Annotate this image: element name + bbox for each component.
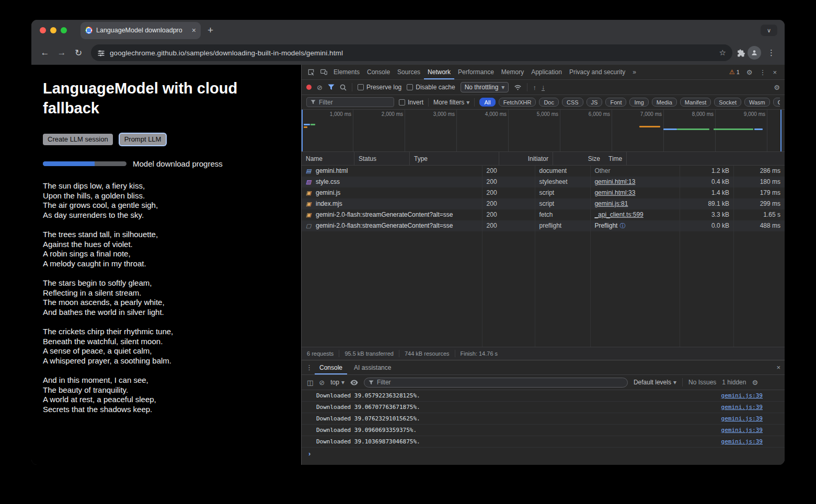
hidden-messages-count[interactable]: 1 hidden	[722, 379, 746, 386]
column-header[interactable]: Status	[354, 152, 410, 165]
create-llm-session-button[interactable]: Create LLM session	[43, 134, 113, 145]
devtools-tab[interactable]: Sources	[394, 65, 424, 79]
console-source-link[interactable]: gemini.js:39	[721, 404, 763, 411]
devtools-settings-gear-icon[interactable]: ⚙	[746, 68, 753, 76]
export-har-icon[interactable]: ↑	[533, 84, 536, 91]
overview-right-handle[interactable]	[780, 110, 781, 151]
console-sidebar-icon[interactable]: ◫	[307, 379, 313, 386]
request-name-cell[interactable]: ▨style.css	[302, 177, 482, 187]
issues-status[interactable]: No Issues	[688, 379, 716, 386]
live-expression-eye-icon[interactable]	[350, 380, 358, 385]
network-request-row[interactable]: ▣gemini-2.0-flash:streamGenerateContent?…	[302, 209, 785, 220]
clear-console-icon[interactable]: ⊘	[319, 379, 325, 386]
browser-menu-icon[interactable]: ⋮	[763, 48, 779, 57]
devtools-tab[interactable]: Elements	[330, 65, 363, 79]
filter-pill[interactable]: Socket	[714, 98, 741, 107]
request-name-cell[interactable]: ▤gemini.html	[302, 166, 482, 177]
device-toolbar-icon[interactable]	[317, 65, 330, 79]
devtools-tab[interactable]: Console	[363, 65, 394, 79]
network-settings-gear-icon[interactable]: ⚙	[774, 84, 780, 91]
reload-icon[interactable]: ↻	[70, 45, 87, 61]
profile-avatar[interactable]	[748, 46, 761, 60]
tab-search-button[interactable]: ∨	[761, 25, 777, 36]
filter-pill[interactable]: Fetch/XHR	[499, 98, 536, 107]
inspect-element-icon[interactable]	[305, 65, 317, 79]
minimize-window-button[interactable]	[50, 27, 56, 33]
request-name-cell[interactable]: ▢gemini-2.0-flash:streamGenerateContent?…	[302, 220, 482, 231]
column-header[interactable]: Name	[302, 152, 354, 165]
network-filter-input[interactable]: Filter	[306, 97, 394, 107]
more-filters-button[interactable]: More filters ▾	[433, 99, 469, 106]
invert-checkbox[interactable]: Invert	[399, 99, 423, 106]
devtools-tab[interactable]: Network	[424, 65, 454, 79]
network-overview-timeline[interactable]: 1,000 ms2,000 ms3,000 ms4,000 ms5,000 ms…	[302, 110, 785, 152]
forward-icon[interactable]: →	[53, 45, 70, 61]
column-header[interactable]: Initiator	[499, 152, 553, 165]
initiator-link[interactable]: Preflight	[594, 222, 617, 229]
column-header[interactable]: Time	[604, 152, 627, 165]
maximize-window-button[interactable]	[61, 27, 67, 33]
filter-pill[interactable]: JS	[587, 98, 603, 107]
drawer-tab[interactable]: AI assistance	[349, 360, 396, 374]
request-name-cell[interactable]: ▣index.mjs	[302, 198, 482, 209]
column-header[interactable]: Type	[410, 152, 499, 165]
request-name-cell[interactable]: ▣gemini-2.0-flash:streamGenerateContent?…	[302, 209, 482, 220]
back-icon[interactable]: ←	[37, 45, 53, 61]
initiator-link[interactable]: gemini.js:81	[594, 200, 628, 207]
address-bar[interactable]: googlechrome.github.io/samples/downloadi…	[91, 44, 732, 61]
console-filter-input[interactable]: Filter	[364, 378, 628, 388]
network-request-row[interactable]: ▢gemini-2.0-flash:streamGenerateContent?…	[302, 220, 785, 231]
request-initiator-cell[interactable]: gemini.js:81ⓘ	[590, 198, 680, 209]
log-levels-select[interactable]: Default levels ▾	[634, 379, 676, 386]
network-request-row[interactable]: ▤gemini.html 200 document Otherⓘ 1.2 kB …	[302, 166, 785, 177]
import-har-icon[interactable]: ↓	[542, 84, 545, 91]
prompt-llm-button[interactable]: Prompt LLM	[120, 134, 166, 145]
network-request-row[interactable]: ▣gemini.js 200 script gemini.html:33ⓘ 1.…	[302, 187, 785, 198]
console-source-link[interactable]: gemini.js:39	[721, 427, 763, 433]
initiator-link[interactable]: Other	[594, 167, 610, 174]
console-source-link[interactable]: gemini.js:39	[721, 392, 763, 399]
new-tab-button[interactable]: +	[208, 25, 213, 36]
filter-funnel-icon[interactable]	[328, 84, 335, 90]
console-source-link[interactable]: gemini.js:39	[721, 438, 763, 445]
devtools-tab[interactable]: Performance	[454, 65, 498, 79]
column-header[interactable]: Size	[553, 152, 604, 165]
network-conditions-icon[interactable]	[514, 84, 522, 91]
devtools-tab[interactable]: Application	[527, 65, 566, 79]
drawer-tab[interactable]: Console	[315, 360, 347, 374]
filter-pill[interactable]: Manifest	[680, 98, 711, 107]
throttling-select[interactable]: No throttling ▾	[461, 82, 509, 92]
drawer-menu-icon[interactable]: ⋮	[306, 364, 313, 371]
console-prompt[interactable]: ›	[302, 448, 785, 459]
filter-pill[interactable]: Doc	[539, 98, 559, 107]
network-request-row[interactable]: ▨style.css 200 stylesheet gemini.html:13…	[302, 177, 785, 187]
overview-left-handle[interactable]	[302, 110, 303, 151]
request-initiator-cell[interactable]: Preflightⓘ	[590, 220, 680, 231]
filter-pill[interactable]: Media	[652, 98, 677, 107]
devtools-tab[interactable]: Privacy and security	[566, 65, 629, 79]
initiator-link[interactable]: gemini.html:13	[594, 178, 635, 185]
tab-close-icon[interactable]: ×	[192, 26, 196, 34]
devtools-tab[interactable]: Memory	[498, 65, 527, 79]
request-name-cell[interactable]: ▣gemini.js	[302, 187, 482, 198]
filter-pill[interactable]: Img	[629, 98, 648, 107]
extensions-puzzle-icon[interactable]	[737, 49, 745, 57]
search-icon[interactable]	[340, 84, 347, 91]
clear-network-log-icon[interactable]: ⊘	[317, 84, 323, 91]
close-window-button[interactable]	[40, 27, 46, 33]
issues-counter[interactable]: ⚠ 1	[729, 68, 740, 76]
bookmark-star-icon[interactable]: ☆	[719, 48, 726, 57]
more-panels-icon[interactable]: »	[629, 68, 640, 76]
filter-pill[interactable]: Font	[605, 98, 626, 107]
filter-pill[interactable]: Other	[773, 98, 780, 107]
console-source-link[interactable]: gemini.js:39	[721, 415, 763, 422]
site-info-icon[interactable]	[97, 49, 105, 57]
filter-pill[interactable]: CSS	[562, 98, 583, 107]
request-initiator-cell[interactable]: _api_client.ts:599ⓘ	[590, 209, 680, 220]
filter-pill[interactable]: All	[479, 98, 495, 107]
filter-pill[interactable]: Wasm	[744, 98, 770, 107]
request-initiator-cell[interactable]: gemini.html:33ⓘ	[590, 187, 680, 198]
preserve-log-checkbox[interactable]: Preserve log	[358, 84, 401, 91]
browser-tab[interactable]: LanguageModel downloadpro ×	[81, 22, 201, 39]
devtools-menu-icon[interactable]: ⋮	[759, 68, 766, 76]
